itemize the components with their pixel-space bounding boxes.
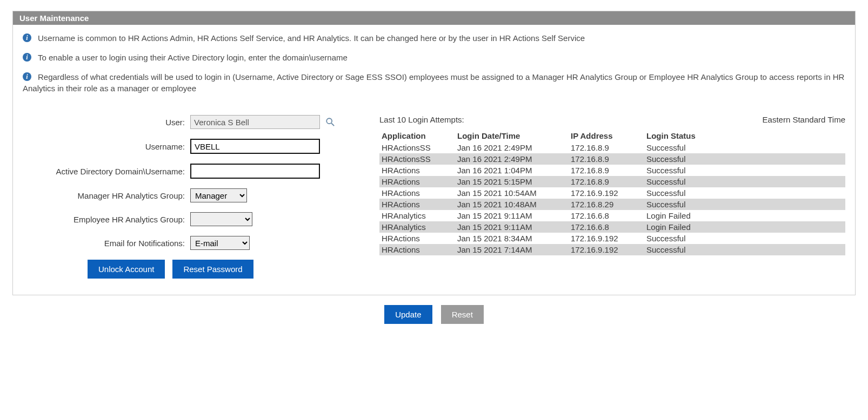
manager-group-select[interactable]: Manager [190,188,247,202]
table-cell-ip: 172.16.6.8 [569,221,644,233]
table-cell-app: HRActions [379,165,455,176]
table-cell-dt: Jan 15 2021 8:34AM [455,233,569,244]
table-cell-dt: Jan 15 2021 5:15PM [455,176,569,187]
info-text: Regardless of what credentials will be u… [23,72,844,93]
table-cell-status: Successful [644,176,845,187]
info-icon: i [23,33,31,42]
table-cell-status: Successful [644,165,845,176]
table-row: HRActionsJan 16 2021 1:04PM172.16.8.9Suc… [379,165,845,176]
svg-line-1 [331,123,334,126]
table-cell-app: HRActions [379,176,455,187]
info-icon: i [23,53,31,62]
info-line: i Regardless of what credentials will be… [23,71,845,95]
table-cell-status: Successful [644,233,845,244]
table-cell-status: Login Failed [644,221,845,233]
info-text: To enable a user to login using their Ac… [38,52,348,64]
table-cell-ip: 172.16.8.29 [569,199,644,210]
table-row: HRActionsSSJan 16 2021 2:49PM172.16.8.9S… [379,142,845,153]
table-cell-ip: 172.16.9.192 [569,244,644,255]
info-line: i Username is common to HR Actions Admin… [23,32,845,44]
table-row: HRAnalyticsJan 15 2021 9:11AM172.16.6.8L… [379,210,845,221]
table-cell-app: HRAnalytics [379,210,455,221]
table-cell-dt: Jan 15 2021 9:11AM [455,221,569,233]
table-cell-status: Successful [644,142,845,153]
attempts-timezone: Eastern Standard Time [763,115,845,124]
user-field [190,115,320,129]
table-row: HRActionsJan 15 2021 7:14AM172.16.9.192S… [379,244,845,255]
user-form: User: Username: Active Directory Domain\… [23,115,358,279]
unlock-account-button[interactable]: Unlock Account [88,260,165,279]
table-cell-dt: Jan 15 2021 10:48AM [455,199,569,210]
table-cell-dt: Jan 15 2021 7:14AM [455,244,569,255]
table-row: HRAnalyticsJan 15 2021 9:11AM172.16.6.8L… [379,221,845,233]
col-datetime: Login Date/Time [455,130,569,142]
info-line: i To enable a user to login using their … [23,52,845,64]
table-cell-ip: 172.16.8.9 [569,142,644,153]
reset-password-button[interactable]: Reset Password [172,260,253,279]
login-attempts-section: Last 10 Login Attempts: Eastern Standard… [358,115,845,255]
svg-point-0 [326,118,332,124]
table-row: HRActionsJan 15 2021 5:15PM172.16.8.9Suc… [379,176,845,187]
table-cell-ip: 172.16.8.9 [569,153,644,165]
table-cell-app: HRActionsSS [379,153,455,165]
table-cell-ip: 172.16.8.9 [569,176,644,187]
table-cell-dt: Jan 16 2021 2:49PM [455,153,569,165]
table-cell-dt: Jan 16 2021 2:49PM [455,142,569,153]
table-cell-status: Successful [644,153,845,165]
email-label: Email for Notifications: [23,239,190,248]
username-label: Username: [23,142,190,151]
mgr-group-label: Manager HR Analytics Group: [23,191,190,200]
table-row: HRActionsSSJan 16 2021 2:49PM172.16.8.9S… [379,153,845,165]
reset-button[interactable]: Reset [441,305,484,324]
attempts-heading: Last 10 Login Attempts: [379,115,464,124]
user-maintenance-panel: User Maintenance i Username is common to… [12,11,856,295]
table-cell-status: Login Failed [644,210,845,221]
table-cell-dt: Jan 15 2021 9:11AM [455,210,569,221]
info-icon: i [23,72,31,81]
table-cell-status: Successful [644,244,845,255]
panel-body: i Username is common to HR Actions Admin… [13,25,855,295]
panel-title: User Maintenance [13,11,855,25]
ad-username-field[interactable] [190,164,320,179]
footer-buttons: Update Reset [12,305,856,324]
table-cell-status: Successful [644,199,845,210]
table-cell-app: HRActionsSS [379,142,455,153]
search-icon[interactable] [325,117,335,127]
table-cell-ip: 172.16.9.192 [569,187,644,199]
login-attempts-table: Application Login Date/Time IP Address L… [379,130,845,255]
col-ip: IP Address [569,130,644,142]
col-status: Login Status [644,130,845,142]
update-button[interactable]: Update [384,305,432,324]
username-field[interactable] [190,139,320,154]
ad-label: Active Directory Domain\Username: [23,167,190,176]
table-row: HRActionsJan 15 2021 10:54AM172.16.9.192… [379,187,845,199]
info-text: Username is common to HR Actions Admin, … [38,32,585,44]
table-cell-ip: 172.16.8.9 [569,165,644,176]
table-cell-app: HRActions [379,187,455,199]
user-label: User: [23,118,190,127]
table-row: HRActionsJan 15 2021 8:34AM172.16.9.192S… [379,233,845,244]
emp-group-label: Employee HR Analytics Group: [23,215,190,224]
table-cell-app: HRActions [379,199,455,210]
table-cell-dt: Jan 16 2021 1:04PM [455,165,569,176]
employee-group-select[interactable] [190,212,252,226]
table-cell-dt: Jan 15 2021 10:54AM [455,187,569,199]
email-notify-select[interactable]: E-mail [190,236,250,250]
table-cell-app: HRAnalytics [379,221,455,233]
table-cell-app: HRActions [379,244,455,255]
col-application: Application [379,130,455,142]
table-row: HRActionsJan 15 2021 10:48AM172.16.8.29S… [379,199,845,210]
table-cell-ip: 172.16.9.192 [569,233,644,244]
table-cell-status: Successful [644,187,845,199]
table-cell-ip: 172.16.6.8 [569,210,644,221]
table-cell-app: HRActions [379,233,455,244]
